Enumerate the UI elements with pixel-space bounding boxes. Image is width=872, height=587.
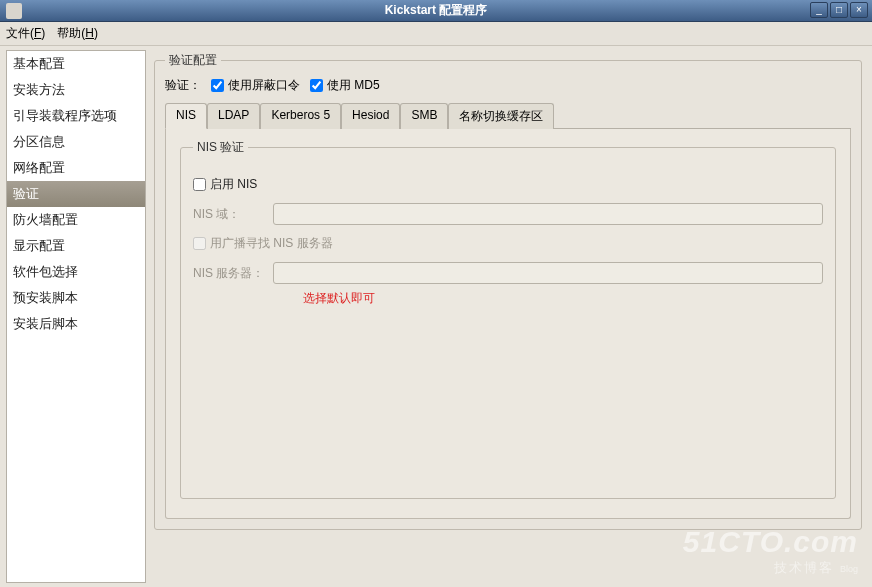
md5-checkbox[interactable]: [310, 79, 323, 92]
nis-server-row: NIS 服务器：: [193, 262, 823, 284]
tab-kerberos-5[interactable]: Kerberos 5: [260, 103, 341, 129]
tab-ldap[interactable]: LDAP: [207, 103, 260, 129]
nis-group-legend: NIS 验证: [193, 139, 248, 156]
sidebar-item-0[interactable]: 基本配置: [7, 51, 145, 77]
md5-checkbox-wrap[interactable]: 使用 MD5: [310, 77, 380, 94]
auth-config-group: 验证配置 验证： 使用屏蔽口令 使用 MD5 NISLDAPKerberos 5…: [154, 52, 862, 530]
auth-tabs: NISLDAPKerberos 5HesiodSMB名称切换缓存区: [165, 102, 851, 129]
nis-broadcast-row: 用广播寻找 NIS 服务器: [193, 235, 823, 252]
menu-file-label: 文件: [6, 26, 30, 40]
menu-bar: 文件(F) 帮助(H): [0, 22, 872, 46]
watermark-line2-text: 技术博客: [774, 560, 834, 575]
minimize-button[interactable]: _: [810, 2, 828, 18]
auth-options-row: 验证： 使用屏蔽口令 使用 MD5: [165, 75, 851, 98]
menu-file-mnemonic: F: [34, 26, 41, 40]
nis-domain-label: NIS 域：: [193, 206, 265, 223]
tabpage-nis: NIS 验证 启用 NIS NIS 域：: [165, 129, 851, 519]
app-icon: [6, 3, 22, 19]
sidebar-item-2[interactable]: 引导装载程序选项: [7, 103, 145, 129]
shadow-checkbox-label: 使用屏蔽口令: [228, 77, 300, 94]
tab-smb[interactable]: SMB: [400, 103, 448, 129]
nis-enable-label: 启用 NIS: [210, 176, 257, 193]
md5-checkbox-label: 使用 MD5: [327, 77, 380, 94]
watermark: 51CTO.com 技术博客Blog: [683, 525, 858, 577]
watermark-line1: 51CTO.com: [683, 525, 858, 559]
nis-enable-checkbox[interactable]: [193, 178, 206, 191]
close-button[interactable]: ×: [850, 2, 868, 18]
sidebar-item-9[interactable]: 预安装脚本: [7, 285, 145, 311]
menu-help-label: 帮助: [57, 26, 81, 40]
nis-domain-input[interactable]: [273, 203, 823, 225]
tab-nis[interactable]: NIS: [165, 103, 207, 129]
nis-domain-row: NIS 域：: [193, 203, 823, 225]
main-panel: 验证配置 验证： 使用屏蔽口令 使用 MD5 NISLDAPKerberos 5…: [146, 46, 872, 587]
sidebar-item-3[interactable]: 分区信息: [7, 129, 145, 155]
auth-label: 验证：: [165, 77, 201, 94]
watermark-blog: Blog: [840, 564, 858, 574]
sidebar: 基本配置安装方法引导装载程序选项分区信息网络配置验证防火墙配置显示配置软件包选择…: [6, 50, 146, 583]
maximize-button[interactable]: □: [830, 2, 848, 18]
sidebar-item-5[interactable]: 验证: [7, 181, 145, 207]
watermark-line2: 技术博客Blog: [683, 559, 858, 577]
shadow-checkbox[interactable]: [211, 79, 224, 92]
sidebar-item-8[interactable]: 软件包选择: [7, 259, 145, 285]
sidebar-item-7[interactable]: 显示配置: [7, 233, 145, 259]
menu-help-mnemonic: H: [85, 26, 94, 40]
annotation-text: 选择默认即可: [303, 290, 823, 307]
nis-broadcast-wrap[interactable]: 用广播寻找 NIS 服务器: [193, 235, 333, 252]
title-bar: Kickstart 配置程序 _ □ ×: [0, 0, 872, 22]
window-controls: _ □ ×: [810, 2, 868, 18]
window-title: Kickstart 配置程序: [385, 2, 488, 19]
nis-server-label: NIS 服务器：: [193, 265, 265, 282]
nis-enable-row: 启用 NIS: [193, 176, 823, 193]
menu-help[interactable]: 帮助(H): [57, 25, 98, 42]
menu-file[interactable]: 文件(F): [6, 25, 45, 42]
sidebar-item-1[interactable]: 安装方法: [7, 77, 145, 103]
shadow-checkbox-wrap[interactable]: 使用屏蔽口令: [211, 77, 300, 94]
nis-group: NIS 验证 启用 NIS NIS 域：: [180, 139, 836, 499]
sidebar-item-10[interactable]: 安装后脚本: [7, 311, 145, 337]
nis-server-input[interactable]: [273, 262, 823, 284]
tab-hesiod[interactable]: Hesiod: [341, 103, 400, 129]
tab-名称切换缓存区[interactable]: 名称切换缓存区: [448, 103, 554, 129]
sidebar-item-6[interactable]: 防火墙配置: [7, 207, 145, 233]
nis-broadcast-checkbox[interactable]: [193, 237, 206, 250]
sidebar-item-4[interactable]: 网络配置: [7, 155, 145, 181]
auth-config-legend: 验证配置: [165, 52, 221, 69]
nis-broadcast-label: 用广播寻找 NIS 服务器: [210, 235, 333, 252]
nis-enable-wrap[interactable]: 启用 NIS: [193, 176, 257, 193]
